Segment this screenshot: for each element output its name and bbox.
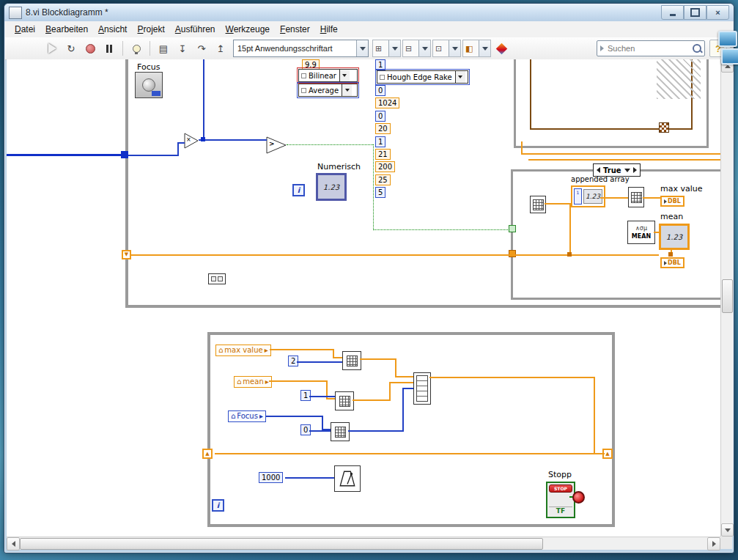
- local-variable-focus[interactable]: ⌂ Focus ▸: [228, 410, 266, 422]
- menu-ansicht[interactable]: Ansicht: [93, 22, 132, 37]
- max-value-label[interactable]: max value: [660, 184, 703, 194]
- mean-indicator-terminal[interactable]: 1.23: [659, 224, 690, 250]
- menu-werkzeuge[interactable]: Werkzeuge: [221, 22, 275, 37]
- stop-label[interactable]: Stopp: [548, 470, 572, 479]
- local-variable-mean[interactable]: ⌂ mean ▸: [234, 376, 272, 388]
- horizontal-scroll-thumb[interactable]: [20, 538, 543, 550]
- menu-fenster[interactable]: Fenster: [275, 22, 315, 37]
- vertical-scrollbar[interactable]: [720, 59, 733, 537]
- menu-hilfe[interactable]: Hilfe: [315, 22, 343, 37]
- numeric-constant[interactable]: 21: [375, 149, 391, 160]
- reorder-dropdown[interactable]: [479, 40, 490, 56]
- reorder-combo[interactable]: ◧: [462, 40, 491, 57]
- block-diagram-canvas[interactable]: True Focus × >: [7, 59, 720, 537]
- search-input[interactable]: [606, 43, 690, 54]
- step-over-button[interactable]: ↷: [193, 40, 210, 57]
- vertical-scroll-thumb[interactable]: [722, 279, 733, 313]
- shift-register-left[interactable]: ▼: [122, 250, 131, 259]
- run-button[interactable]: [43, 40, 61, 57]
- dbl-terminal[interactable]: DBL: [660, 196, 685, 207]
- pause-button[interactable]: [100, 40, 118, 57]
- loop-condition-terminal[interactable]: [572, 491, 585, 504]
- scroll-right-button[interactable]: [707, 537, 720, 550]
- checkered-tunnel[interactable]: [659, 122, 669, 133]
- align-dropdown[interactable]: [388, 40, 400, 56]
- distribute-objects-combo[interactable]: ⊟: [402, 40, 431, 57]
- menu-bearbeiten[interactable]: Bearbeiten: [40, 22, 93, 37]
- step-into-button[interactable]: ↧: [174, 40, 191, 57]
- font-combo-dropdown[interactable]: [356, 40, 368, 56]
- numeric-constant[interactable]: 5: [375, 187, 385, 198]
- numeric-constant[interactable]: 200: [375, 161, 395, 172]
- iteration-terminal[interactable]: i: [212, 499, 224, 512]
- focus-control-terminal[interactable]: [135, 72, 163, 98]
- search-box[interactable]: [597, 40, 705, 56]
- stop-button-terminal[interactable]: STOP TF: [546, 482, 575, 518]
- multiply-node[interactable]: ×: [184, 133, 199, 149]
- numeric-constant[interactable]: 0: [375, 111, 385, 122]
- array-constant-node[interactable]: [208, 273, 226, 284]
- numeric-constant[interactable]: 20: [375, 123, 391, 134]
- shift-register-left[interactable]: ▲: [202, 449, 213, 459]
- enum-constant-hough[interactable]: Hough Edge Rake: [377, 70, 468, 84]
- horizontal-scrollbar[interactable]: [7, 537, 720, 550]
- case-next-icon[interactable]: [633, 167, 637, 173]
- index-array-node[interactable]: [335, 391, 354, 410]
- mean-function-node[interactable]: ∧σμ MEAN: [627, 221, 655, 244]
- enum-dropdown[interactable]: [339, 70, 350, 81]
- search-scope-icon[interactable]: [600, 45, 604, 51]
- run-continuous-button[interactable]: ↻: [62, 40, 80, 57]
- case-prev-icon[interactable]: [597, 167, 600, 173]
- local-variable-max-value[interactable]: ⌂ max value ▸: [215, 345, 271, 356]
- menu-projekt[interactable]: Projekt: [132, 22, 169, 37]
- iteration-terminal[interactable]: i: [292, 184, 305, 196]
- close-button[interactable]: ×: [706, 5, 729, 20]
- distribute-dropdown[interactable]: [418, 40, 430, 56]
- title-bar[interactable]: 8.vi Blockdiagramm * ×: [4, 4, 734, 21]
- chevron-down-icon[interactable]: [624, 169, 630, 172]
- enum-constant-average[interactable]: Average: [298, 84, 358, 97]
- index-array-node[interactable]: [530, 196, 546, 213]
- highlight-execution-button[interactable]: [128, 40, 145, 57]
- numeric-constant[interactable]: 1024: [375, 97, 399, 108]
- desktop-icon[interactable]: [721, 48, 738, 65]
- appended-array-label[interactable]: appended array: [571, 175, 630, 183]
- orange-tunnel[interactable]: [509, 250, 516, 257]
- resize-dropdown[interactable]: [449, 40, 460, 56]
- menu-ausfuehren[interactable]: Ausführen: [170, 22, 221, 37]
- cleanup-diagram-button[interactable]: [492, 40, 510, 57]
- numeric-constant[interactable]: 1: [375, 59, 385, 70]
- mean-label[interactable]: mean: [660, 212, 683, 221]
- maximize-button[interactable]: [684, 5, 706, 20]
- numeric-constant[interactable]: 1: [375, 136, 385, 147]
- menu-datei[interactable]: Datei: [10, 22, 40, 37]
- focus-control-label[interactable]: Focus: [137, 62, 160, 72]
- font-settings-combo[interactable]: 15pt Anwendungsschriftart: [233, 40, 369, 57]
- scroll-left-button[interactable]: [7, 537, 20, 550]
- numeric-indicator-terminal[interactable]: 1.23: [316, 173, 347, 201]
- enum-dropdown[interactable]: [455, 71, 465, 83]
- numeric-indicator-label[interactable]: Numerisch: [317, 162, 361, 172]
- numeric-constant[interactable]: 1000: [259, 472, 283, 483]
- wait-ms-node[interactable]: [334, 465, 361, 492]
- build-array-node[interactable]: [413, 372, 431, 405]
- loop-tunnel[interactable]: [121, 151, 128, 158]
- enum-constant-bilinear[interactable]: Bilinear: [298, 69, 358, 82]
- scroll-down-button[interactable]: [721, 523, 734, 537]
- numeric-constant[interactable]: 25: [375, 174, 391, 185]
- align-objects-combo[interactable]: ⊞: [372, 40, 401, 57]
- step-out-button[interactable]: ↥: [212, 40, 229, 57]
- dbl-terminal[interactable]: DBL: [660, 257, 685, 268]
- desktop-icon[interactable]: [718, 31, 737, 47]
- array-size-node[interactable]: [628, 187, 644, 207]
- minimize-button[interactable]: [661, 5, 684, 20]
- greater-than-node[interactable]: >: [266, 136, 287, 154]
- boolean-tunnel[interactable]: [509, 225, 516, 232]
- abort-button[interactable]: [81, 40, 99, 57]
- index-array-node[interactable]: [331, 422, 350, 441]
- retain-wire-values-button[interactable]: ▤: [155, 40, 172, 57]
- numeric-constant[interactable]: 0: [375, 85, 385, 96]
- array-constant[interactable]: 1 1.23: [571, 185, 605, 207]
- index-array-node[interactable]: [342, 351, 361, 370]
- enum-dropdown[interactable]: [342, 84, 352, 96]
